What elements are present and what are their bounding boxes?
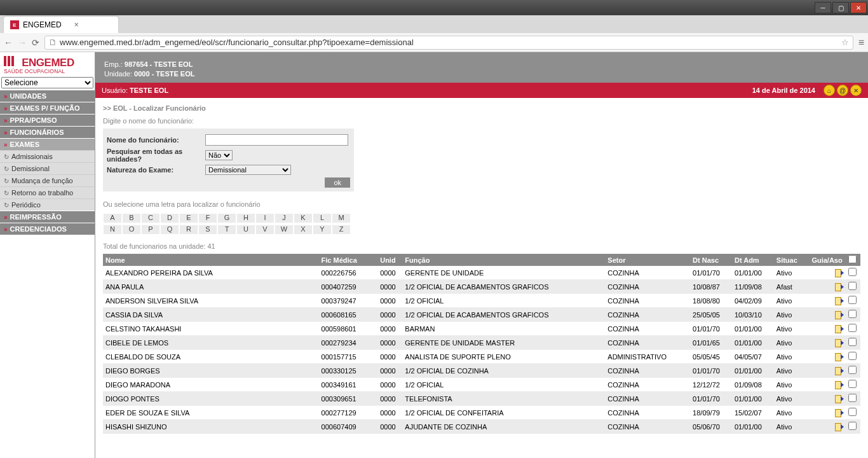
logout-icon[interactable]: ✕ <box>850 85 862 96</box>
row-checkbox[interactable] <box>848 394 857 402</box>
alpha-row-2: NOPQRSTUVWXYZ <box>103 225 860 235</box>
nav-header[interactable]: »FUNCIONÁRIOS <box>0 126 95 138</box>
row-checkbox[interactable] <box>848 296 857 304</box>
cell-unid: 0000 <box>377 266 402 280</box>
at-icon[interactable]: @ <box>837 85 848 96</box>
alpha-letter[interactable]: Z <box>332 225 351 235</box>
guia-aso-icon[interactable] <box>835 408 843 417</box>
table-row: CIBELE DE LEMOS0002792340000GERENTE DE U… <box>103 336 860 350</box>
row-checkbox[interactable] <box>848 352 857 360</box>
row-checkbox[interactable] <box>848 310 857 318</box>
alpha-letter[interactable]: F <box>198 213 217 223</box>
alpha-letter[interactable]: B <box>122 213 141 223</box>
row-checkbox[interactable] <box>848 338 857 346</box>
alpha-letter[interactable]: K <box>294 213 313 223</box>
nav-subitem[interactable]: ↻Periódico <box>0 198 95 211</box>
nav-header[interactable]: »PPRA/PCMSO <box>0 114 95 126</box>
table-row: HISASHI SHIZUNO0006074090000AJUDANTE DE … <box>103 420 860 434</box>
browser-toolbar: ← → ⟳ 🗋 www.engemed.med.br/adm_engemed/e… <box>0 33 868 52</box>
nav-header[interactable]: »CREDENCIADOS <box>0 223 95 235</box>
back-icon[interactable]: ← <box>4 38 13 48</box>
alpha-letter[interactable]: D <box>160 213 179 223</box>
row-checkbox[interactable] <box>848 408 857 416</box>
minimize-button[interactable]: ─ <box>815 2 831 13</box>
alpha-letter[interactable]: M <box>332 213 351 223</box>
nav-header[interactable]: »UNIDADES <box>0 90 95 102</box>
browser-tab[interactable]: E ENGEMED × <box>4 17 118 33</box>
alpha-letter[interactable]: T <box>217 225 236 235</box>
alpha-letter[interactable]: V <box>255 225 275 235</box>
alpha-letter[interactable]: L <box>313 213 332 223</box>
guia-aso-icon[interactable] <box>835 268 843 277</box>
alpha-letter[interactable]: G <box>217 213 236 223</box>
cell-fic: 000608165 <box>319 308 378 322</box>
alpha-letter[interactable]: J <box>275 213 294 223</box>
username: TESTE EOL <box>130 87 168 94</box>
alpha-letter[interactable]: U <box>236 225 255 235</box>
home-icon[interactable]: ⌂ <box>824 85 835 96</box>
guia-aso-icon[interactable] <box>835 310 843 319</box>
reload-icon[interactable]: ⟳ <box>32 38 39 48</box>
nav-header[interactable]: »REIMPRESSÃO <box>0 211 95 223</box>
cell-setor: COZINHA <box>605 280 690 294</box>
guia-aso-icon[interactable] <box>835 366 843 375</box>
cell-func: 1/2 OFICIAL <box>402 378 605 392</box>
alpha-letter[interactable]: A <box>103 213 122 223</box>
nav-header[interactable]: »EXAMES <box>0 138 95 150</box>
guia-aso-icon[interactable] <box>835 338 843 347</box>
nav-subitem[interactable]: ↻Demissional <box>0 162 95 174</box>
alpha-letter[interactable]: S <box>198 225 217 235</box>
alpha-letter[interactable]: W <box>275 225 294 235</box>
guia-aso-icon[interactable] <box>835 380 843 389</box>
cell-setor: ADMINISTRATIVO <box>605 350 690 364</box>
maximize-button[interactable]: ▢ <box>832 2 849 13</box>
page-icon: 🗋 <box>49 38 57 47</box>
guia-aso-icon[interactable] <box>835 296 843 305</box>
all-units-select[interactable]: Não <box>205 150 233 160</box>
row-checkbox[interactable] <box>848 366 857 374</box>
select-all-checkbox[interactable] <box>848 255 857 263</box>
menu-icon[interactable]: ≡ <box>858 37 864 48</box>
bookmark-icon[interactable]: ☆ <box>841 38 849 47</box>
alpha-letter[interactable]: R <box>179 225 198 235</box>
guia-aso-icon[interactable] <box>835 282 843 291</box>
alpha-letter[interactable]: X <box>294 225 313 235</box>
tab-close-icon[interactable]: × <box>74 20 79 29</box>
alpha-letter[interactable]: P <box>141 225 160 235</box>
nav-header[interactable]: »EXAMES P/ FUNÇÃO <box>0 102 95 114</box>
alpha-letter[interactable]: Q <box>160 225 179 235</box>
cell-nome: CELSTINO TAKAHASHI <box>103 322 319 336</box>
cell-sit: Afast <box>774 280 810 294</box>
row-checkbox[interactable] <box>848 422 857 430</box>
unit-selector[interactable]: Selecione <box>1 77 93 88</box>
forward-icon[interactable]: → <box>18 38 27 48</box>
alpha-letter[interactable]: Y <box>313 225 332 235</box>
cell-adm: 01/01/00 <box>732 322 774 336</box>
guia-aso-icon[interactable] <box>835 394 843 403</box>
alpha-letter[interactable]: H <box>236 213 255 223</box>
cell-adm: 04/02/09 <box>732 294 774 308</box>
guia-aso-icon[interactable] <box>835 352 843 361</box>
ok-button[interactable]: ok <box>325 177 350 188</box>
row-checkbox[interactable] <box>848 268 857 276</box>
cell-adm: 01/01/00 <box>732 420 774 434</box>
alpha-letter[interactable]: C <box>141 213 160 223</box>
nav-subitem[interactable]: ↻Admissionais <box>0 150 95 162</box>
address-bar[interactable]: 🗋 www.engemed.med.br/adm_engemed/eol/scr… <box>44 36 853 50</box>
alpha-letter[interactable]: O <box>122 225 141 235</box>
guia-aso-icon[interactable] <box>835 422 843 431</box>
alpha-letter[interactable]: E <box>179 213 198 223</box>
sidebar: ENGEMED SAÚDE OCUPACIONAL Selecione »UNI… <box>0 52 95 458</box>
nav-subitem[interactable]: ↻Mudança de função <box>0 174 95 186</box>
exam-nature-select[interactable]: Demissional <box>205 165 291 175</box>
row-checkbox[interactable] <box>848 380 857 388</box>
close-window-button[interactable]: ✕ <box>850 2 867 13</box>
nav-subitem[interactable]: ↻Retorno ao trabalho <box>0 186 95 198</box>
cell-adm: 15/02/07 <box>732 406 774 420</box>
guia-aso-icon[interactable] <box>835 324 843 333</box>
row-checkbox[interactable] <box>848 282 857 290</box>
row-checkbox[interactable] <box>848 324 857 332</box>
alpha-letter[interactable]: I <box>255 213 275 223</box>
alpha-letter[interactable]: N <box>103 225 122 235</box>
employee-name-input[interactable] <box>205 134 348 146</box>
